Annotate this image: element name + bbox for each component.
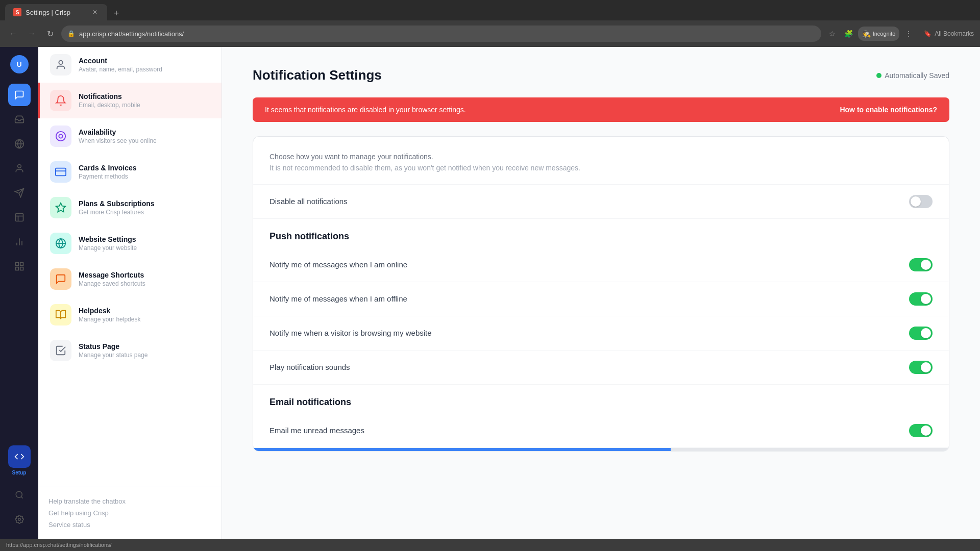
- account-icon: [50, 54, 71, 76]
- star-button[interactable]: ☆: [825, 27, 840, 41]
- svg-rect-13: [20, 267, 23, 270]
- svg-rect-11: [15, 263, 18, 266]
- online-messages-label: Notify me of messages when I am online: [270, 260, 407, 269]
- push-section-header: Push notifications: [253, 219, 949, 248]
- tab-close-button[interactable]: ✕: [91, 8, 99, 16]
- email-section-title: Email notifications: [270, 397, 933, 408]
- sidebar-item-notifications[interactable]: Notifications Email, desktop, mobile: [38, 83, 222, 118]
- visitor-browsing-toggle[interactable]: [909, 327, 933, 340]
- sidebar-item-availability[interactable]: Availability When visitors see you onlin…: [38, 118, 222, 154]
- svg-rect-21: [56, 168, 66, 176]
- page-title: Notification Settings: [253, 67, 382, 83]
- user-avatar[interactable]: U: [10, 55, 29, 73]
- plans-desc: Get more Crisp features: [79, 209, 211, 216]
- nav-setup-icon[interactable]: [8, 445, 31, 468]
- enable-notifications-link[interactable]: How to enable notifications?: [840, 106, 937, 114]
- toggle-knob: [911, 196, 921, 207]
- cards-title: Cards & Invoices: [79, 164, 211, 172]
- svg-point-20: [59, 134, 62, 138]
- new-tab-button[interactable]: +: [109, 6, 124, 20]
- incognito-badge: 🕵️ Incognito: [858, 27, 900, 41]
- address-text: app.crisp.chat/settings/notifications/: [79, 30, 815, 38]
- alert-text: It seems that notifications are disabled…: [265, 106, 834, 114]
- toggle-knob: [921, 260, 931, 270]
- alert-banner: It seems that notifications are disabled…: [253, 97, 949, 122]
- progress-bar-fill: [253, 448, 671, 451]
- sidebar-item-status[interactable]: Status Page Manage your status page: [38, 333, 222, 368]
- intro-line1: Choose how you want to manage your notif…: [270, 151, 933, 162]
- shortcuts-info: Message Shortcuts Manage saved shortcuts: [79, 271, 211, 287]
- website-title: Website Settings: [79, 235, 211, 243]
- svg-rect-5: [15, 214, 23, 221]
- lock-icon: 🔒: [67, 30, 75, 37]
- svg-point-2: [17, 165, 21, 168]
- active-tab[interactable]: S Settings | Crisp ✕: [5, 4, 107, 20]
- availability-info: Availability When visitors see you onlin…: [79, 128, 211, 144]
- nav-search-icon[interactable]: [8, 484, 31, 506]
- notifications-info: Notifications Email, desktop, mobile: [79, 92, 211, 109]
- availability-desc: When visitors see you online: [79, 137, 211, 144]
- helpdesk-icon: [50, 304, 71, 325]
- sidebar-item-website[interactable]: Website Settings Manage your website: [38, 226, 222, 261]
- nav-grid-icon[interactable]: [8, 255, 31, 278]
- plans-icon: [50, 197, 71, 218]
- availability-icon: [50, 126, 71, 147]
- svg-line-16: [21, 496, 22, 498]
- setup-label: Setup: [12, 470, 27, 475]
- settings-card: Choose how you want to manage your notif…: [253, 136, 949, 452]
- email-unread-toggle[interactable]: [909, 424, 933, 437]
- nav-analytics-icon[interactable]: [8, 231, 31, 253]
- bookmarks-area: 🔖 All Bookmarks: [924, 30, 974, 37]
- status-title: Status Page: [79, 342, 211, 350]
- footer-link-translate[interactable]: Help translate the chatbox: [48, 495, 211, 507]
- tab-favicon: S: [13, 8, 21, 16]
- menu-button[interactable]: ⋮: [901, 27, 916, 41]
- helpdesk-info: Helpdesk Manage your helpdesk: [79, 307, 211, 323]
- back-button[interactable]: ←: [6, 27, 20, 41]
- availability-title: Availability: [79, 128, 211, 136]
- notifications-desc: Email, desktop, mobile: [79, 102, 211, 109]
- footer-link-status[interactable]: Service status: [48, 519, 211, 531]
- disable-all-row: Disable all notifications: [253, 185, 949, 219]
- cards-desc: Payment methods: [79, 173, 211, 180]
- offline-messages-toggle[interactable]: [909, 292, 933, 306]
- extension-button[interactable]: 🧩: [842, 27, 856, 41]
- nav-notes-icon[interactable]: [8, 206, 31, 229]
- nav-contacts-icon[interactable]: [8, 157, 31, 180]
- shortcuts-desc: Manage saved shortcuts: [79, 280, 211, 287]
- sounds-toggle[interactable]: [909, 361, 933, 374]
- footer-link-help[interactable]: Get help using Crisp: [48, 507, 211, 519]
- nav-settings-icon[interactable]: [8, 508, 31, 531]
- sidebar-item-account[interactable]: Account Avatar, name, email, password: [38, 47, 222, 83]
- app-container: U Setup: [0, 47, 980, 539]
- progress-bar: [253, 448, 949, 451]
- sidebar-item-shortcuts[interactable]: Message Shortcuts Manage saved shortcuts: [38, 261, 222, 297]
- address-bar[interactable]: 🔒 app.crisp.chat/settings/notifications/: [61, 26, 821, 42]
- helpdesk-title: Helpdesk: [79, 307, 211, 315]
- toolbar-actions: ☆ 🧩 🕵️ Incognito ⋮: [825, 27, 916, 41]
- forward-button[interactable]: →: [24, 27, 39, 41]
- reload-button[interactable]: ↻: [43, 27, 57, 41]
- card-intro: Choose how you want to manage your notif…: [253, 137, 949, 185]
- disable-all-toggle[interactable]: [909, 195, 933, 208]
- notifications-icon: [50, 90, 71, 111]
- status-icon: [50, 340, 71, 361]
- bookmarks-label: All Bookmarks: [935, 30, 974, 37]
- website-icon: [50, 233, 71, 254]
- nav-send-icon[interactable]: [8, 182, 31, 204]
- nav-inbox-icon[interactable]: [8, 108, 31, 131]
- helpdesk-desc: Manage your helpdesk: [79, 316, 211, 323]
- sidebar-item-helpdesk[interactable]: Helpdesk Manage your helpdesk: [38, 297, 222, 333]
- plans-title: Plans & Subscriptions: [79, 199, 211, 208]
- sidebar-item-cards[interactable]: Cards & Invoices Payment methods: [38, 154, 222, 190]
- sounds-label: Play notification sounds: [270, 363, 350, 371]
- shortcuts-icon: [50, 268, 71, 290]
- website-desc: Manage your website: [79, 244, 211, 252]
- online-messages-toggle[interactable]: [909, 258, 933, 271]
- account-title: Account: [79, 57, 211, 65]
- shortcuts-title: Message Shortcuts: [79, 271, 211, 279]
- nav-globe-icon[interactable]: [8, 133, 31, 155]
- auto-saved-label: Automatically Saved: [885, 71, 949, 80]
- nav-chat-icon[interactable]: [8, 84, 31, 106]
- sidebar-item-plans[interactable]: Plans & Subscriptions Get more Crisp fea…: [38, 190, 222, 226]
